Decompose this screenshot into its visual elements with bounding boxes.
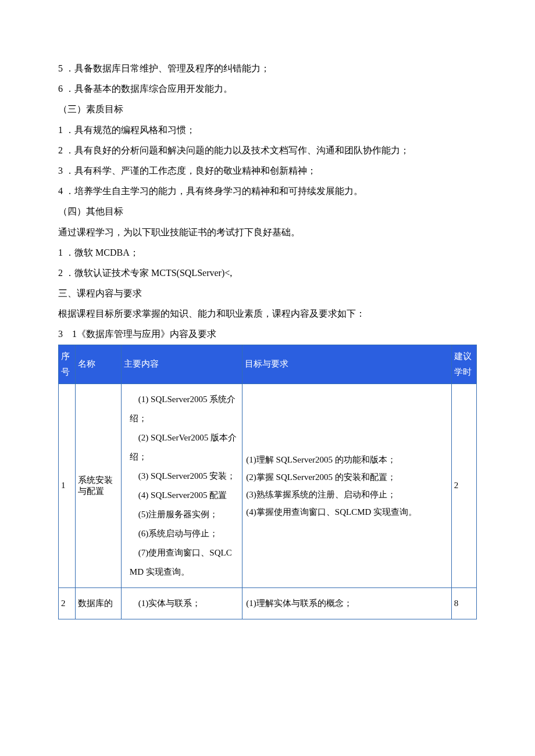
- paragraph-section-3-intro: 根据课程目标所要求掌握的知识、能力和职业素质，课程内容及要求如下：: [58, 303, 477, 324]
- cell-main: (1) SQLServer2005 系统介绍； (2) SQLSerVer200…: [121, 384, 242, 587]
- table-caption: 3 1《数据库管理与应用》内容及要求: [58, 324, 477, 344]
- table-header-row: 序号 名称 主要内容 目标与要求 建议学时: [59, 345, 477, 384]
- heading-section-3: 三、课程内容与要求: [58, 283, 477, 303]
- paragraph-cert2: 2 ．微软认证技术专家 MCTS(SQLServer)<,: [58, 263, 477, 283]
- paragraph-5: 5 ．具备数据库日常维护、管理及程序的纠错能力；: [58, 58, 477, 78]
- cell-hours: 2: [451, 384, 476, 587]
- paragraph-q4: 4 ．培养学生自主学习的能力，具有终身学习的精神和和可持续发展能力。: [58, 181, 477, 201]
- th-hours: 建议学时: [451, 345, 476, 384]
- th-name: 名称: [75, 345, 121, 384]
- heading-quality-goals: （三）素质目标: [58, 99, 477, 119]
- paragraph-q3: 3 ．具有科学、严谨的工作态度，良好的敬业精神和创新精神；: [58, 160, 477, 181]
- cell-goal: (1)理解 SQLServer2005 的功能和版本； (2)掌握 SQLSer…: [242, 384, 452, 587]
- cell-main: (1)实体与联系；: [121, 587, 242, 619]
- heading-other-goals: （四）其他目标: [58, 201, 477, 221]
- paragraph-q2: 2 ．具有良好的分析问题和解决问题的能力以及技术文档写作、沟通和团队协作能力；: [58, 140, 477, 160]
- th-main: 主要内容: [121, 345, 242, 384]
- table-row: 2 数据库的 (1)实体与联系； (1)理解实体与联系的概念； 8: [59, 587, 477, 619]
- cell-name: 数据库的: [75, 587, 121, 619]
- cell-name: 系统安装与配置: [75, 384, 121, 587]
- cell-hours: 8: [451, 587, 476, 619]
- paragraph-other-intro: 通过课程学习，为以下职业技能证书的考试打下良好基础。: [58, 222, 477, 242]
- document-page: 5 ．具备数据库日常维护、管理及程序的纠错能力； 6 ．具备基本的数据库综合应用…: [0, 0, 535, 654]
- th-goal: 目标与要求: [242, 345, 452, 384]
- paragraph-cert1: 1 ．微软 MCDBA；: [58, 242, 477, 263]
- content-requirements-table: 序号 名称 主要内容 目标与要求 建议学时 1 系统安装与配置 (1) SQLS…: [58, 345, 477, 619]
- paragraph-6: 6 ．具备基本的数据库综合应用开发能力。: [58, 78, 477, 99]
- paragraph-q1: 1 ．具有规范的编程风格和习惯；: [58, 120, 477, 140]
- th-seq: 序号: [59, 345, 76, 384]
- cell-seq: 1: [59, 384, 76, 587]
- cell-goal: (1)理解实体与联系的概念；: [242, 587, 452, 619]
- table-row: 1 系统安装与配置 (1) SQLServer2005 系统介绍； (2) SQ…: [59, 384, 477, 587]
- cell-seq: 2: [59, 587, 76, 619]
